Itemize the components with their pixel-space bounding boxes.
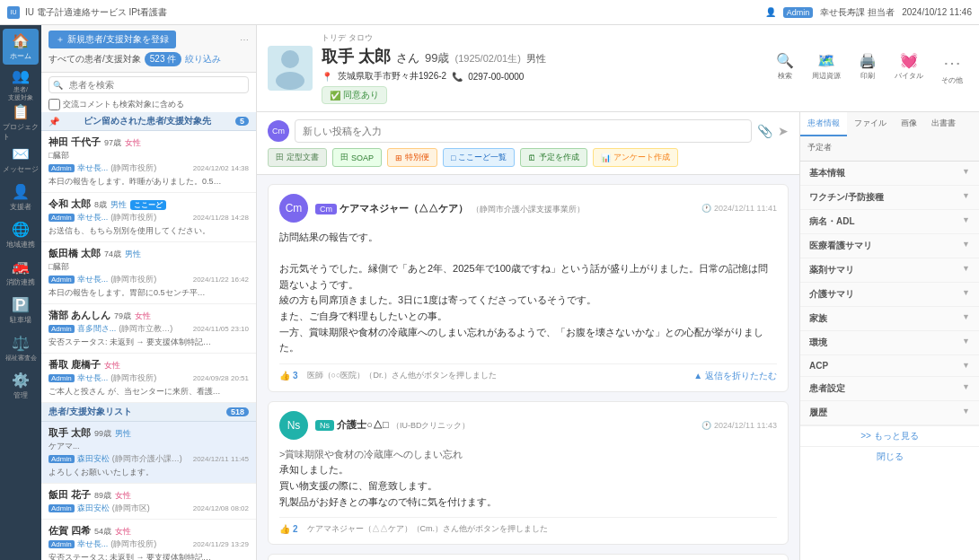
- section-medical-summary-title[interactable]: 医療看護サマリ ▼: [800, 234, 979, 258]
- section-basic-title[interactable]: 基本情報 ▼: [800, 162, 979, 185]
- post-1-role-tag: Cm: [315, 204, 337, 214]
- vital-action-btn[interactable]: 💓 バイタル: [889, 49, 929, 88]
- nav-admin[interactable]: ⚙️ 管理: [3, 368, 39, 404]
- section-patient-settings-title[interactable]: 患者設定 ▼: [800, 377, 979, 400]
- nav-community[interactable]: 🌐 地域連携: [3, 217, 39, 253]
- survey-btn[interactable]: 📊 アンケート作成: [593, 148, 678, 167]
- more-options-icon[interactable]: ⋯: [240, 35, 249, 45]
- surrounding-action-btn[interactable]: 🗺️ 周辺資源: [807, 49, 846, 88]
- admin-tag: Admin: [49, 540, 75, 548]
- list-count: 518: [226, 407, 249, 416]
- new-post-input[interactable]: [295, 119, 752, 143]
- pinned-patient-3[interactable]: 蒲部 あんしん 79歳 女性 Admin 喜多間さ... (静岡市立教…) 20…: [41, 304, 256, 354]
- special-btn[interactable]: ⊞ 特別便: [387, 148, 437, 167]
- post-1-avatar: Cm: [279, 194, 308, 223]
- patient-age-large: 99歳: [425, 50, 449, 66]
- expand-acp-icon: ▼: [962, 361, 970, 371]
- consent-label: 同意あり: [343, 89, 379, 101]
- nav-projects[interactable]: 📋 プロジェクト: [3, 104, 39, 140]
- section-history-title[interactable]: 履歴 ▼: [800, 401, 979, 424]
- send-icon[interactable]: ➤: [778, 124, 789, 138]
- tab-doc[interactable]: 出書書: [924, 112, 963, 136]
- right-sidebar: 患者情報 ファイル 画像 出書書 予定者 基本情報 ▼ ワクチン/予防接種 ▼: [799, 112, 979, 560]
- soap-btn[interactable]: 田 SOAP: [332, 148, 382, 167]
- post-1-like-count: 3: [293, 371, 298, 381]
- post-2-header: Ns Ns 介護士○△□ （IU-BDクリニック） 🕐 2024/12/11 1…: [279, 411, 777, 440]
- patient-info: トリデ タロウ 取手 太郎 さん 99歳 (1925/02/01生) 男性 📍 …: [322, 32, 762, 104]
- admin-tag: Admin: [49, 455, 75, 463]
- post-1-reply-link[interactable]: ▲ 返信を折りたたむ: [693, 370, 777, 382]
- post-date: 2024/11/28 14:28: [193, 214, 249, 222]
- list-patient-0[interactable]: 取手 太郎 99歳 男性 ケアマ... Admin 森田安松 (静岡市介護小課……: [41, 422, 256, 484]
- pinned-patient-1[interactable]: 令和 太郎 8歳 男性 ここーど Admin 幸せ長... (静岡市役所) 20…: [41, 193, 256, 242]
- list-patient-1[interactable]: 飯田 花子 89歳 女性 Admin 森田安松 (静岡市区) 2024/12/0…: [41, 484, 256, 520]
- expand-environment-icon: ▼: [962, 337, 970, 349]
- section-family-title[interactable]: 家族 ▼: [800, 307, 979, 330]
- tab-patient-info[interactable]: 患者情報: [800, 112, 847, 136]
- card-btn[interactable]: □ ここーど一覧: [443, 148, 515, 167]
- section-care-summary-label: 介護サマリ: [809, 288, 854, 301]
- nav-projects-label: プロジェクト: [3, 122, 39, 142]
- nav-patients[interactable]: 👥 患者/支援対象: [3, 66, 39, 102]
- nav-messages[interactable]: ✉️ メッセージ: [3, 142, 39, 178]
- post-2-time: 🕐 2024/12/11 11:43: [701, 421, 777, 430]
- admin-tag: Admin: [49, 504, 75, 512]
- expand-history-icon: ▼: [962, 407, 970, 419]
- app-layout: 🏠 ホーム 👥 患者/支援対象 📋 プロジェクト ✉️ メッセージ 👤 支援者 …: [0, 25, 979, 560]
- other-action-btn[interactable]: ⋯ その他: [936, 49, 968, 88]
- add-patient-label: 新規患者/支援対象を登録: [67, 33, 169, 46]
- post-2-footer: 👍 2 ケアマネジャー（△△ケア）（Cm.）さん他がボタンを押しました: [279, 517, 777, 535]
- nav-welfare[interactable]: ⚖️ 福祉審査会: [3, 330, 39, 366]
- nav-supporters[interactable]: 👤 支援者: [3, 179, 39, 215]
- print-action-btn[interactable]: 🖨️ 印刷: [853, 49, 882, 88]
- section-disease-label: 病名・ADL: [809, 215, 855, 228]
- schedule-btn[interactable]: 🗓 予定を作成: [520, 148, 587, 167]
- list-patient-2[interactable]: 佐賀 四希 54歳 女性 Admin 幸せ長... (静岡市役所) 2024/1…: [41, 520, 256, 560]
- patient-birth: (1925/02/01生): [454, 52, 520, 66]
- community-icon: 🌐: [12, 221, 30, 238]
- nav-parking[interactable]: 🅿️ 駐車場: [3, 293, 39, 328]
- section-environment-title[interactable]: 環境 ▼: [800, 331, 979, 354]
- close-btn[interactable]: 閉じる: [800, 446, 979, 467]
- section-basic: 基本情報 ▼: [800, 162, 979, 186]
- admin-tag: Admin: [49, 325, 75, 333]
- expand-medicine-summary-icon: ▼: [962, 264, 970, 276]
- tab-photo[interactable]: 画像: [894, 112, 924, 136]
- section-medicine-summary-title[interactable]: 薬剤サマリ ▼: [800, 258, 979, 282]
- plus-icon: ＋: [56, 33, 65, 46]
- sidebar-tabs: 患者情報 ファイル 画像 出書書 予定者: [800, 112, 979, 162]
- patient-role: ケアマ...: [49, 441, 80, 452]
- post-2-role-tag: Ns: [315, 420, 334, 431]
- section-vaccine-title[interactable]: ワクチン/予防接種 ▼: [800, 186, 979, 209]
- more-btn[interactable]: >> もっと見る: [800, 425, 979, 446]
- pinned-patient-0[interactable]: 神田 千代子 97歳 女性 □臓部 Admin 幸せ長... (静岡市役所) 2…: [41, 131, 256, 193]
- tab-file[interactable]: ファイル: [847, 112, 894, 136]
- patient-search-input[interactable]: [49, 76, 249, 93]
- post-1-time: 🕐 2024/12/11 11:41: [701, 204, 777, 213]
- search-action-btn[interactable]: 🔍 検索: [771, 49, 799, 88]
- section-acp-label: ACP: [809, 361, 828, 371]
- nav-fire[interactable]: 🚒 消防連携: [3, 255, 39, 291]
- post-2-like-btn[interactable]: 👍 2: [279, 524, 298, 534]
- feed-posts: Cm Cm ケアマネジャー（△△ケア） （静岡市介護小課支援事業所） 🕐 202…: [257, 175, 799, 560]
- schedule-icon: 🗓: [528, 153, 536, 162]
- fixed-text-btn[interactable]: 田 定型文書: [268, 148, 327, 167]
- section-disease-title[interactable]: 病名・ADL ▼: [800, 210, 979, 233]
- add-patient-button[interactable]: ＋ 新規患者/支援対象を登録: [49, 31, 176, 48]
- post-2-author: 介護士○△□: [337, 419, 388, 430]
- nav-home[interactable]: 🏠 ホーム: [3, 29, 39, 65]
- section-care-summary-title[interactable]: 介護サマリ ▼: [800, 283, 979, 306]
- attachment-icon[interactable]: 📎: [757, 124, 772, 138]
- tab-schedule[interactable]: 予定者: [800, 136, 839, 161]
- staff-org: (静岡市区): [112, 503, 150, 514]
- search-comment-checkbox[interactable]: [49, 99, 60, 110]
- patient-suffix: さん: [396, 50, 419, 66]
- staff-org: (静岡市役所): [110, 162, 156, 174]
- pinned-patient-4[interactable]: 番取 鹿橋子 女性 Admin 幸せ長... (静岡市役所) 2024/09/2…: [41, 354, 256, 403]
- section-acp-title[interactable]: ACP ▼: [800, 355, 979, 376]
- post-1-like-btn[interactable]: 👍 3: [279, 371, 298, 381]
- filter-sub[interactable]: 絞り込み: [185, 53, 221, 66]
- patient-dept: □臓部: [49, 261, 69, 273]
- patient-gender: 女性: [115, 490, 131, 502]
- pinned-patient-2[interactable]: 飯田橋 太郎 74歳 男性 □臓部 Admin 幸せ長... (静岡市役所) 2…: [41, 242, 256, 304]
